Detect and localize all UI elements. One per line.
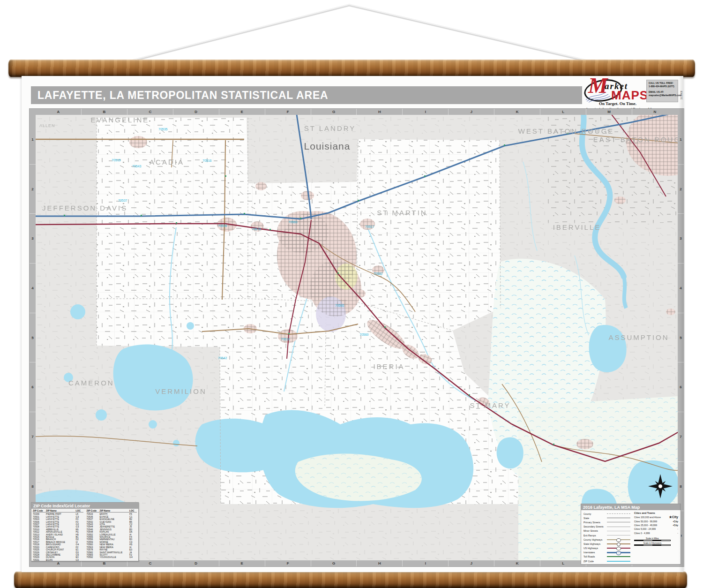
- map-title-banner: LAFAYETTE, LA METROPOLITAN STATISTICAL A…: [31, 86, 582, 104]
- col-header-loc: LOC: [129, 510, 137, 512]
- parish-label-evangeline: EVANGELINE: [91, 116, 150, 124]
- grid-number: 5: [678, 313, 684, 362]
- zip-label: 70510: [281, 338, 290, 341]
- legend-label: Secondary Streets: [583, 525, 604, 528]
- grid-number: 7: [678, 412, 684, 461]
- map-frame: ABCDEFGHIJKLMN ABCDEFGHIJKLMN 123456789 …: [30, 109, 684, 566]
- legend-sample-primary: [607, 522, 630, 522]
- legend-label: Exit Ramps: [583, 534, 596, 537]
- legend-sample-secondary: [607, 527, 630, 527]
- state-label: Louisiana: [304, 141, 351, 151]
- grid-number: 9: [678, 511, 684, 560]
- grid-letter: K: [494, 109, 540, 115]
- grid-letter: D: [173, 560, 219, 566]
- city-class-label: Cities 0 - 4,999: [634, 532, 650, 535]
- zip-name: YOUNGSVILLE: [100, 556, 129, 558]
- legend-sample-interstate: [607, 552, 630, 553]
- map-art: EVANGELINE ALLEN ST LANDRY Louisiana ACA…: [36, 115, 678, 560]
- grid-letter: G: [311, 560, 357, 566]
- grid-letter: E: [219, 109, 265, 115]
- legend-sample-us-hwy: [607, 548, 630, 549]
- parish-label-vermilion: VERMILION: [155, 387, 207, 395]
- scale-km-bar: [634, 544, 671, 546]
- city-class-label: Cities 5,000 - 24,999: [634, 528, 656, 530]
- map-sheet: LAFAYETTE, LA METROPOLITAN STATISTICAL A…: [22, 76, 683, 572]
- col-header-loc: LOC: [76, 510, 83, 512]
- zip-code: 70592: [87, 556, 99, 558]
- grid-letter: D: [173, 109, 219, 115]
- parish-label-st-mary: ST MARY: [470, 401, 510, 409]
- city-class-symbol: ◦: [677, 528, 678, 530]
- parish-label-st-martin: ST MARTIN: [377, 209, 427, 217]
- cities-title: Cities and Towns: [634, 512, 678, 514]
- city-class-symbol: •City: [673, 520, 678, 523]
- zip-rows-right: 70533 ERATH F5 70535 EUNICE C1: [87, 513, 137, 558]
- legend-sample-county-hwy: [607, 539, 630, 540]
- zip-loc: G4: [129, 556, 137, 558]
- legend-label: County Highways: [583, 538, 602, 541]
- grid-numbers-right: 123456789: [678, 115, 684, 560]
- legend-label: Interstates: [583, 551, 595, 554]
- zip-label: 70592: [335, 304, 344, 307]
- city-class-label: Cities 25,000 - 49,999: [634, 524, 657, 527]
- col-header-name: ZIP Name: [100, 510, 129, 512]
- legend-label: County: [583, 513, 591, 515]
- grid-number: 1: [30, 115, 36, 164]
- logo-maps: MAPS: [611, 89, 648, 101]
- grid-letter: G: [311, 109, 357, 115]
- legend-sample-county: [607, 513, 630, 514]
- grid-letter: I: [402, 109, 448, 115]
- grid-letter: I: [402, 560, 448, 566]
- parish-label-assumption: ASSUMPTION: [608, 333, 669, 341]
- zip-row: 70531 EGAN C3: [33, 559, 83, 561]
- legend-label: State Highways: [583, 543, 600, 545]
- contact-box: CALL US TOLL FREE! 1-888-434-MAPS (6277)…: [646, 80, 678, 102]
- scale-miles-bar: [634, 540, 671, 541]
- contact-phone: 1-888-434-MAPS (6277): [649, 85, 676, 88]
- grid-numbers-left: 123456789: [30, 115, 36, 560]
- us-highway-badge-icon: [616, 547, 621, 550]
- logo-tagline: On Target. On Time.: [599, 101, 636, 106]
- marketmaps-logo: M arket MAPS On Target. On Time.: [584, 78, 646, 106]
- legend-sample-zip: [607, 561, 630, 562]
- parish-label-st-landry: ST LANDRY: [304, 124, 356, 132]
- contact-call-label: CALL US TOLL FREE!: [649, 82, 676, 85]
- legend-label: State: [583, 517, 589, 520]
- legend-label: Minor Streets: [583, 529, 598, 532]
- grid-number: 4: [678, 263, 684, 313]
- legend-panel: 2016 Lafayette, LA MSA Map County State …: [581, 504, 681, 565]
- wooden-rail-bottom: [14, 572, 687, 588]
- zip-code: 70531: [33, 559, 45, 561]
- city-class-label: Cities 100,000 and Above: [634, 516, 661, 519]
- parish-label-east-baton-rouge: EAST BATON ROUGE: [593, 136, 678, 143]
- city-class-label: Cities 50,000 - 99,999: [634, 520, 657, 523]
- city-class-symbol: •City: [673, 524, 678, 527]
- zip-label: 70537: [118, 199, 127, 202]
- legend-label: US Highways: [583, 547, 598, 550]
- zip-label: 70582: [374, 272, 383, 275]
- legend-sample-state-hwy: [607, 543, 630, 544]
- zip-label: 70560: [359, 333, 369, 336]
- zip-label: 70526: [218, 224, 227, 227]
- grid-number: 6: [678, 362, 684, 412]
- parish-label-cameron: CAMERON: [68, 379, 114, 387]
- col-header-zip: ZIP Code: [87, 510, 99, 512]
- city-class-symbol: ◦: [677, 532, 678, 535]
- zip-index-title: ZIP Code Index/Grid Locator: [31, 503, 138, 509]
- grid-letter: F: [265, 560, 311, 566]
- grid-number: 3: [30, 213, 36, 263]
- state-highway-badge-icon: [617, 543, 621, 546]
- contact-email-label: EMAIL US AT:: [649, 90, 676, 94]
- grid-letter: L: [540, 560, 586, 566]
- grid-number: 2: [678, 164, 684, 214]
- zip-label: 70515: [112, 158, 121, 162]
- scale-bars: Scale in Miles Scale in Kilometers: [634, 537, 678, 546]
- legend-label: Primary Streets: [583, 521, 600, 524]
- grid-letter: F: [265, 109, 311, 115]
- contact-email: mapsales@MarketMAPS.com: [649, 94, 676, 97]
- legend-sample-exit: [607, 535, 630, 535]
- zip-rows-left: 70339 PIERRE PART L5 70501 LAFAYETTE G3: [33, 513, 83, 561]
- grid-letter: N: [632, 109, 678, 115]
- zip-label: 70535: [158, 128, 168, 131]
- zip-name: EGAN: [46, 559, 75, 561]
